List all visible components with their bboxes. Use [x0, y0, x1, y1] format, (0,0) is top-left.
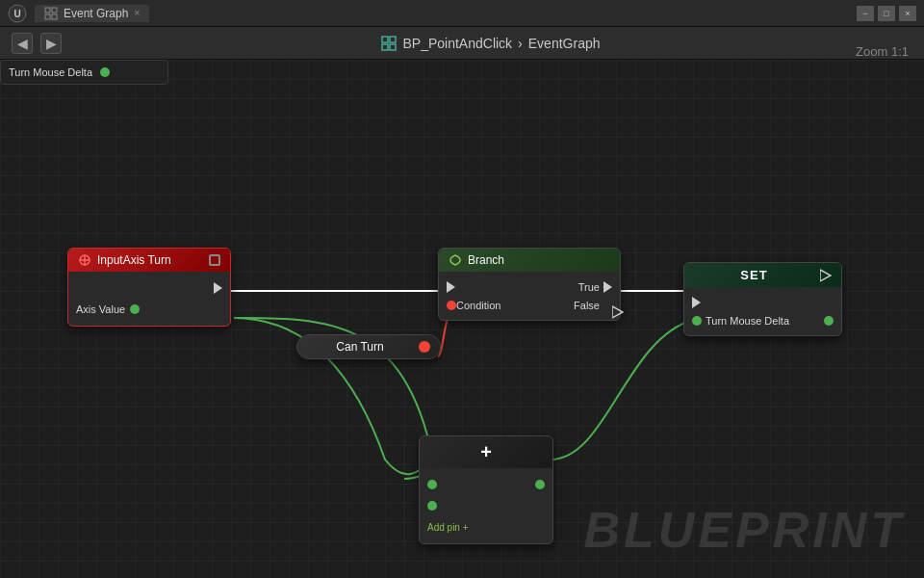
set-turnmouse-in-pin[interactable] — [692, 316, 702, 326]
blueprint-canvas[interactable]: InputAxis Turn Axis Value Branch — [0, 60, 924, 578]
addpin-header: + — [420, 436, 552, 468]
addpin-in2-pin[interactable] — [427, 501, 437, 511]
branch-condition-pin[interactable] — [447, 301, 456, 310]
addpin-title: + — [429, 441, 543, 463]
svg-rect-9 — [390, 44, 396, 50]
set-exec-out-icon — [820, 269, 832, 282]
addpin-node[interactable]: + Add pin + — [419, 435, 553, 544]
addpin-in1-pin[interactable] — [427, 480, 437, 489]
graph-tab-icon — [44, 7, 58, 20]
axis-value-out-pin[interactable] — [130, 304, 140, 314]
close-button[interactable]: × — [899, 6, 916, 21]
svg-rect-7 — [390, 37, 396, 42]
minimize-button[interactable]: − — [857, 6, 874, 21]
set-turnmouse-label: Turn Mouse Delta — [706, 315, 789, 327]
breadcrumb: BP_PointAndClick › EventGraph — [381, 36, 600, 51]
back-button[interactable]: ◀ — [12, 33, 33, 54]
set-turnmouse-out-pin[interactable] — [824, 316, 834, 326]
svg-rect-4 — [45, 14, 50, 19]
branch-condition-label: Condition — [456, 300, 500, 311]
maximize-button[interactable]: □ — [878, 6, 895, 21]
canturn-out-pin[interactable] — [419, 341, 430, 353]
addpin-pin2-row — [420, 495, 552, 516]
breadcrumb-separator: › — [518, 36, 523, 51]
branch-icon — [449, 253, 462, 267]
blueprint-name: BP_PointAndClick — [402, 36, 512, 51]
blueprint-icon — [381, 36, 397, 51]
canturn-title: Can Turn — [307, 340, 413, 354]
blueprint-watermark: BLUEPRINT — [583, 501, 905, 559]
inputaxis-turn-node[interactable]: InputAxis Turn Axis Value — [67, 248, 231, 327]
addpin-out-pin[interactable] — [535, 480, 545, 489]
branch-condition-row: Condition False — [439, 297, 620, 314]
canturn-header: Can Turn — [297, 335, 440, 358]
branch-false-pin[interactable] — [603, 300, 612, 311]
set-node[interactable]: SET Turn Mouse Delta — [683, 262, 842, 336]
zoom-label: Zoom 1:1 — [856, 44, 909, 59]
title-bar: U Event Graph × − □ × — [0, 0, 924, 27]
inputaxis-header: InputAxis Turn — [68, 249, 230, 272]
svg-rect-8 — [382, 44, 388, 50]
forward-button[interactable]: ▶ — [40, 33, 62, 54]
graph-name: EventGraph — [528, 36, 601, 51]
addpin-label: Add pin + — [427, 522, 469, 533]
inputaxis-body: Axis Value — [68, 272, 230, 326]
svg-marker-14 — [820, 270, 831, 281]
axis-value-label: Axis Value — [76, 303, 125, 315]
svg-rect-3 — [52, 8, 57, 13]
set-title: SET — [694, 268, 814, 282]
inputaxis-exec-out-row — [68, 277, 230, 299]
svg-marker-13 — [612, 306, 623, 318]
event-graph-tab[interactable]: Event Graph × — [35, 5, 149, 22]
svg-text:U: U — [13, 9, 20, 19]
inputaxis-indicator — [209, 254, 220, 266]
branch-body: True Condition False — [439, 272, 620, 320]
close-icon[interactable]: × — [134, 8, 140, 18]
branch-exec-row: True — [439, 277, 620, 297]
tab-label: Event Graph — [64, 7, 128, 20]
branch-true-pin[interactable] — [603, 281, 612, 293]
set-body: Turn Mouse Delta — [684, 287, 841, 335]
inputaxis-axisvalue-row: Axis Value — [68, 299, 230, 320]
canturn-node[interactable]: Can Turn — [296, 334, 441, 359]
set-turnmouse-row: Turn Mouse Delta — [684, 312, 841, 329]
inputaxis-exec-out-pin[interactable] — [214, 282, 222, 294]
branch-true-label: True — [578, 281, 600, 293]
addpin-addpin-row[interactable]: Add pin + — [420, 516, 552, 538]
turnmousedelta-out-pin[interactable] — [100, 67, 110, 77]
branch-node[interactable]: Branch True Condition False — [438, 248, 621, 321]
addpin-pin1-row — [420, 474, 552, 495]
addpin-body: Add pin + — [420, 468, 552, 543]
svg-rect-6 — [382, 37, 388, 42]
ue-logo-icon: U — [8, 4, 27, 23]
turnmousedelta-label: Turn Mouse Delta — [9, 66, 92, 78]
branch-title: Branch — [468, 253, 504, 267]
inputaxis-title: InputAxis Turn — [97, 253, 171, 267]
toolbar: ◀ ▶ BP_PointAndClick › EventGraph Zoom 1… — [0, 27, 924, 60]
set-header: SET — [684, 263, 841, 287]
turnmousedelta-node[interactable]: Turn Mouse Delta — [0, 60, 168, 85]
inputaxis-icon — [78, 253, 91, 267]
svg-rect-5 — [52, 14, 57, 19]
window-controls: − □ × — [857, 6, 916, 21]
branch-false-label: False — [574, 300, 600, 311]
set-exec-in-pin[interactable] — [692, 297, 701, 308]
branch-exec-in-pin[interactable] — [447, 281, 455, 293]
branch-header: Branch — [439, 249, 620, 272]
set-exec-row — [684, 293, 841, 312]
svg-rect-2 — [45, 8, 50, 13]
